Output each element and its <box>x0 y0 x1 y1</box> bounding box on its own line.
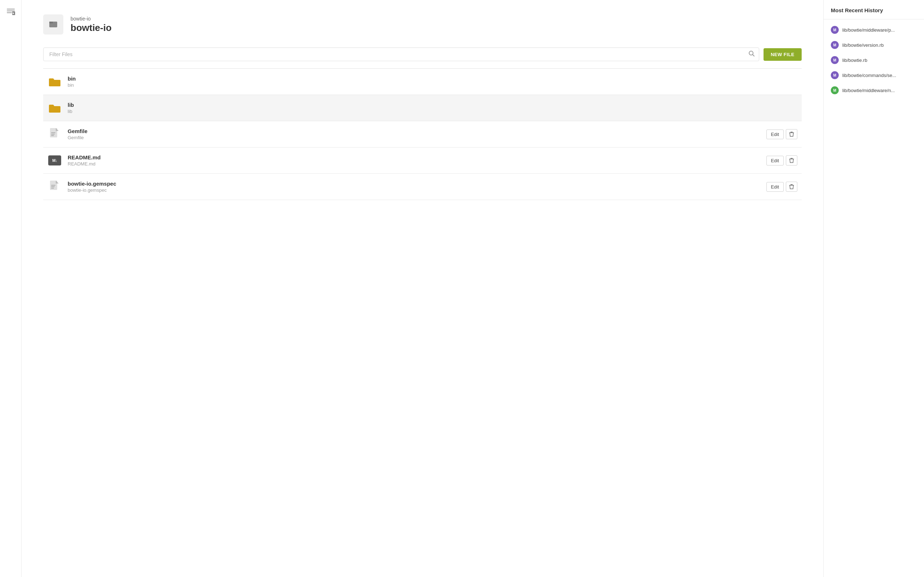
file-row-lib[interactable]: lib lib <box>43 95 801 121</box>
delete-gemfile-button[interactable] <box>786 129 797 139</box>
file-icon-gemspec <box>47 179 62 194</box>
right-sidebar: Most Recent History M lib/bowtie/middlew… <box>823 0 924 577</box>
svg-rect-2 <box>7 12 12 13</box>
file-info-bin: bin bin <box>68 76 797 88</box>
history-item-2[interactable]: M lib/bowtie.rb <box>824 53 924 68</box>
filter-input-wrapper <box>43 47 759 61</box>
file-actions-readme: Edit <box>766 155 797 166</box>
svg-rect-15 <box>51 185 55 185</box>
file-name-bin: bin <box>68 76 797 82</box>
file-name-gemspec: bowtie-io.gemspec <box>68 181 761 187</box>
markdown-icon: M↓ <box>48 155 61 166</box>
history-path-2: lib/bowtie.rb <box>842 58 867 63</box>
history-badge-0: M <box>831 26 839 34</box>
svg-rect-16 <box>51 186 55 187</box>
file-actions-gemfile: Edit <box>766 129 797 139</box>
history-badge-letter-1: M <box>833 43 836 47</box>
repo-title-group: bowtie-io bowtie-io <box>71 16 111 34</box>
file-row-gemspec[interactable]: bowtie-io.gemspec bowtie-io.gemspec Edit <box>43 174 801 200</box>
delete-gemspec-button[interactable] <box>786 182 797 192</box>
history-title: Most Recent History <box>824 7 924 19</box>
nav-app-icon <box>4 6 17 19</box>
history-badge-1: M <box>831 41 839 49</box>
file-path-gemfile: Gemfile <box>68 135 761 140</box>
search-icon-button[interactable] <box>748 50 755 58</box>
svg-rect-12 <box>51 134 55 135</box>
repo-subtitle: bowtie-io <box>71 16 111 22</box>
history-item-3[interactable]: M lib/bowtie/commands/se... <box>824 68 924 83</box>
edit-gemspec-button[interactable]: Edit <box>766 182 784 192</box>
svg-line-9 <box>752 55 754 56</box>
svg-rect-0 <box>7 9 15 10</box>
file-row-gemfile[interactable]: Gemfile Gemfile Edit <box>43 121 801 147</box>
history-item-4[interactable]: M lib/bowtie/middleware/n... <box>824 83 924 98</box>
history-item-1[interactable]: M lib/bowtie/version.rb <box>824 37 924 53</box>
filter-input[interactable] <box>43 47 759 61</box>
svg-rect-11 <box>51 132 55 133</box>
history-path-4: lib/bowtie/middleware/n... <box>842 88 895 93</box>
file-name-gemfile: Gemfile <box>68 128 761 134</box>
file-list: bin bin lib lib <box>43 68 801 200</box>
folder-icon-lib <box>47 101 62 115</box>
file-path-readme: README.md <box>68 161 761 166</box>
repo-header: bowtie-io bowtie-io <box>43 15 801 34</box>
repo-icon <box>43 15 63 34</box>
edit-readme-button[interactable]: Edit <box>766 156 784 166</box>
history-badge-2: M <box>831 56 839 64</box>
file-path-lib: lib <box>68 109 797 114</box>
file-info-readme: README.md README.md <box>68 154 761 166</box>
file-path-bin: bin <box>68 82 797 88</box>
repo-title: bowtie-io <box>71 22 111 34</box>
file-row-readme[interactable]: M↓ README.md README.md Edit <box>43 147 801 174</box>
edit-gemfile-button[interactable]: Edit <box>766 129 784 139</box>
svg-rect-13 <box>51 135 54 136</box>
main-content: bowtie-io bowtie-io NEW FILE <box>22 0 823 577</box>
file-name-readme: README.md <box>68 154 761 160</box>
file-info-gemspec: bowtie-io.gemspec bowtie-io.gemspec <box>68 181 761 193</box>
history-badge-3: M <box>831 71 839 79</box>
file-info-lib: lib lib <box>68 102 797 114</box>
history-badge-letter-0: M <box>833 28 836 32</box>
toolbar: NEW FILE <box>43 47 801 61</box>
history-item-0[interactable]: M lib/bowtie/middleware/p... <box>824 22 924 37</box>
left-nav <box>0 0 22 577</box>
svg-rect-7 <box>49 22 53 23</box>
svg-rect-1 <box>7 10 15 11</box>
history-badge-4: M <box>831 86 839 94</box>
folder-icon-bin <box>47 74 62 89</box>
svg-rect-17 <box>51 188 54 189</box>
file-info-gemfile: Gemfile Gemfile <box>68 128 761 140</box>
file-path-gemspec: bowtie-io.gemspec <box>68 187 761 193</box>
history-badge-letter-2: M <box>833 58 836 62</box>
history-badge-letter-3: M <box>833 73 836 77</box>
file-actions-gemspec: Edit <box>766 182 797 192</box>
file-row-bin[interactable]: bin bin <box>43 69 801 95</box>
history-path-3: lib/bowtie/commands/se... <box>842 73 896 78</box>
history-path-1: lib/bowtie/version.rb <box>842 42 884 48</box>
file-name-lib: lib <box>68 102 797 108</box>
delete-readme-button[interactable] <box>786 155 797 166</box>
new-file-button[interactable]: NEW FILE <box>764 48 801 61</box>
file-icon-readme: M↓ <box>47 153 62 168</box>
history-badge-letter-4: M <box>833 89 836 92</box>
file-icon-gemfile <box>47 127 62 141</box>
history-path-0: lib/bowtie/middleware/p... <box>842 27 895 33</box>
